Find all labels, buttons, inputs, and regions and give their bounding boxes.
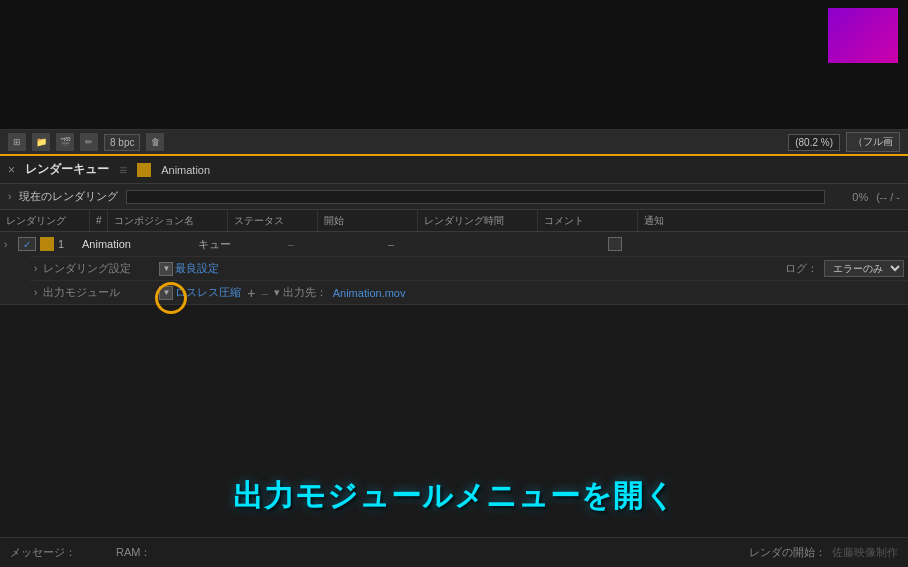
rs-value[interactable]: 最良設定 bbox=[175, 261, 219, 276]
om-expand-arrow[interactable]: › bbox=[34, 287, 37, 298]
col-hash: # bbox=[90, 210, 108, 231]
rq-title: レンダーキュー bbox=[25, 161, 109, 178]
pen-icon[interactable]: ✏ bbox=[80, 133, 98, 151]
sb-watermark: 佐藤映像制作 bbox=[832, 545, 898, 560]
sb-message-label: メッセージ： bbox=[10, 545, 76, 560]
om-value[interactable]: ロスレス圧縮 bbox=[175, 285, 241, 300]
item-color-swatch bbox=[40, 237, 54, 251]
cr-label: 現在のレンダリング bbox=[19, 189, 118, 204]
om-dropdown-arrow[interactable]: ▼ bbox=[159, 286, 173, 300]
column-headers: レンダリング # コンポジション名 ステータス 開始 レンダリング時間 コメント… bbox=[0, 210, 908, 232]
bpc-label: 8 bpc bbox=[104, 134, 140, 151]
om-filename[interactable]: Animation.mov bbox=[333, 287, 406, 299]
om-remove-button[interactable]: – bbox=[262, 287, 268, 299]
om-dest-dropdown[interactable]: ▾ bbox=[274, 286, 283, 298]
zoom-value[interactable]: (80.2 %) bbox=[788, 134, 840, 151]
composition-icon[interactable]: 🎬 bbox=[56, 133, 74, 151]
render-queue-header: × レンダーキュー ≡ Animation bbox=[0, 156, 908, 184]
cr-expand-arrow[interactable]: › bbox=[8, 191, 11, 202]
notify-checkbox[interactable] bbox=[608, 237, 622, 251]
render-settings-row: › レンダリング設定 ▼ 最良設定 ログ： エラーのみ bbox=[30, 256, 908, 280]
col-status: ステータス bbox=[228, 210, 318, 231]
status-bar: メッセージ： RAM： レンダの開始： 佐藤映像制作 bbox=[0, 537, 908, 567]
item-comp-name: Animation bbox=[78, 238, 198, 250]
comp-color-icon bbox=[137, 163, 151, 177]
current-render-bar: › 現在のレンダリング 0% (-- / - bbox=[0, 184, 908, 210]
home-icon[interactable]: ⊞ bbox=[8, 133, 26, 151]
col-comp-name: コンポジション名 bbox=[108, 210, 228, 231]
preview-thumbnail bbox=[828, 8, 898, 63]
item-start: – bbox=[288, 238, 388, 250]
om-dropdown[interactable]: ▼ ロスレス圧縮 bbox=[159, 285, 241, 300]
item-status: キュー bbox=[198, 237, 288, 252]
expand-arrow[interactable]: › bbox=[4, 239, 18, 250]
om-add-button[interactable]: + bbox=[247, 285, 255, 301]
folder-icon[interactable]: 📁 bbox=[32, 133, 50, 151]
sb-render-start-label: レンダの開始： bbox=[749, 545, 826, 560]
col-render-time: レンダリング時間 bbox=[418, 210, 538, 231]
cr-progress-bar bbox=[126, 190, 825, 204]
output-module-row: › 出力モジュール ▼ ロスレス圧縮 + – ▾ 出力先： Animation.… bbox=[30, 280, 908, 304]
preview-area bbox=[0, 0, 908, 130]
sb-ram-label: RAM： bbox=[116, 545, 151, 560]
om-label: 出力モジュール bbox=[43, 285, 153, 300]
rs-dropdown-arrow[interactable]: ▼ bbox=[159, 262, 173, 276]
col-rendering: レンダリング bbox=[0, 210, 90, 231]
rs-dropdown[interactable]: ▼ 最良設定 bbox=[159, 261, 219, 276]
rq-separator: ≡ bbox=[119, 162, 127, 178]
cr-time: (-- / - bbox=[876, 191, 900, 203]
item-render-time: – bbox=[388, 238, 508, 250]
om-dest-text: 出力先： bbox=[283, 286, 327, 298]
render-checkbox[interactable]: ✓ bbox=[18, 237, 36, 251]
instruction-text: 出力モジュールメニューを開く bbox=[233, 479, 676, 512]
item-number: 1 bbox=[58, 238, 78, 250]
cr-percent: 0% bbox=[833, 191, 868, 203]
col-start: 開始 bbox=[318, 210, 418, 231]
rs-log-label: ログ： bbox=[785, 261, 818, 276]
rq-comp-name: Animation bbox=[161, 164, 210, 176]
rq-close-button[interactable]: × bbox=[8, 163, 15, 177]
sb-right-area: レンダの開始： 佐藤映像制作 bbox=[749, 545, 898, 560]
col-notify: 通知 bbox=[638, 210, 698, 231]
render-main-row: › ✓ 1 Animation キュー – – bbox=[0, 232, 908, 256]
instruction-overlay: 出力モジュールメニューを開く bbox=[0, 476, 908, 517]
notify-area bbox=[608, 237, 638, 251]
log-dropdown[interactable]: エラーのみ bbox=[824, 260, 904, 277]
trash-icon[interactable]: 🗑 bbox=[146, 133, 164, 151]
render-item-1: › ✓ 1 Animation キュー – – › レンダリング設定 ▼ 最良設… bbox=[0, 232, 908, 305]
rs-expand-arrow[interactable]: › bbox=[34, 263, 37, 274]
toolbar: ⊞ 📁 🎬 ✏ 8 bpc 🗑 (80.2 %) （フル画 bbox=[0, 130, 908, 156]
col-comment: コメント bbox=[538, 210, 638, 231]
rs-label: レンダリング設定 bbox=[43, 261, 153, 276]
render-sub-rows: › レンダリング設定 ▼ 最良設定 ログ： エラーのみ › 出力モジュール ▼ … bbox=[0, 256, 908, 304]
fullscreen-button[interactable]: （フル画 bbox=[846, 132, 900, 152]
om-dest-label: ▾ 出力先： bbox=[274, 285, 327, 300]
